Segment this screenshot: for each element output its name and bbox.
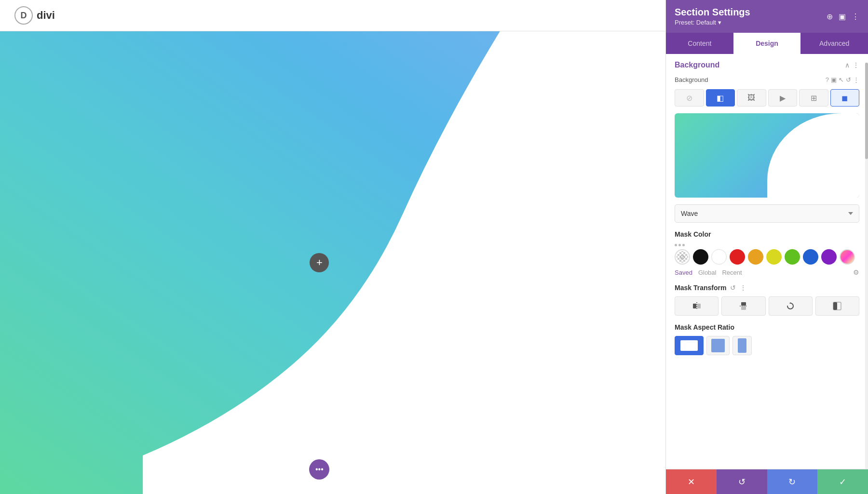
svg-rect-9 — [833, 302, 837, 310]
mask-aspect-title: Mask Aspect Ratio — [675, 323, 859, 331]
background-type-icons: ? ▣ ↖ ↺ ⋮ — [826, 76, 859, 83]
tab-design[interactable]: Design — [733, 33, 801, 54]
panel-title: Section Settings — [675, 7, 750, 18]
device-icon[interactable]: ▣ — [831, 76, 837, 83]
background-row-label: Background — [675, 76, 708, 83]
bg-type-gradient[interactable]: ◧ — [706, 89, 735, 107]
aspect-btn-medium[interactable] — [706, 336, 730, 355]
more-dots-icon[interactable]: ⋮ — [853, 76, 859, 83]
mask-color-title: Mask Color — [675, 230, 859, 238]
color-tabs: Saved Global Recent ⚙ — [675, 268, 859, 276]
mask-transform-title: Mask Transform — [675, 284, 726, 292]
color-swatch-purple[interactable] — [821, 249, 837, 265]
color-swatches: ⊘ — [675, 249, 859, 265]
divi-logo-circle: D — [14, 6, 33, 25]
footer-reset-button[interactable]: ↺ — [717, 469, 767, 494]
divi-logo: D divi — [14, 6, 55, 25]
panel-header: Section Settings Preset: Default ▾ ⊕ ▣ ⋮ — [666, 0, 868, 33]
section-preview: + ••• — [0, 31, 665, 494]
panel-footer: ✕ ↺ ↻ ✓ — [666, 469, 868, 494]
bg-type-none[interactable]: ⊘ — [675, 89, 704, 107]
background-section-controls: ∧ ⋮ — [845, 61, 859, 69]
background-section-header: Background ∧ ⋮ — [675, 61, 859, 69]
tab-advanced[interactable]: Advanced — [800, 33, 868, 54]
panel-more-icon[interactable]: ⋮ — [852, 12, 859, 21]
color-swatch-blue[interactable] — [803, 249, 818, 265]
color-tab-global[interactable]: Global — [698, 269, 717, 276]
tab-content[interactable]: Content — [666, 33, 733, 54]
right-panel: Section Settings Preset: Default ▾ ⊕ ▣ ⋮… — [665, 0, 868, 494]
footer-confirm-button[interactable]: ✓ — [817, 469, 868, 494]
bg-type-pattern[interactable]: ⊞ — [799, 89, 828, 107]
panel-layout-icon[interactable]: ▣ — [839, 12, 846, 21]
background-type-selector: ⊘ ◧ 🖼 ▶ ⊞ ◼ — [675, 89, 859, 107]
divi-logo-name: divi — [37, 9, 55, 22]
color-tab-saved[interactable]: Saved — [675, 269, 692, 276]
svg-rect-1 — [693, 304, 696, 308]
color-swatch-orange[interactable] — [748, 249, 763, 265]
panel-target-icon[interactable]: ⊕ — [827, 12, 833, 21]
wave-select-row: Wave Diagonal Arrow Curve Triangle Slant — [675, 204, 859, 223]
transform-flip-v[interactable] — [721, 296, 765, 316]
canvas-options-button[interactable]: ••• — [309, 459, 329, 480]
mask-transform-section: Mask Transform ↺ ⋮ — [675, 284, 859, 316]
panel-header-icons: ⊕ ▣ ⋮ — [827, 12, 859, 21]
panel-preset[interactable]: Preset: Default ▾ — [675, 19, 750, 26]
mask-aspect-section: Mask Aspect Ratio — [675, 323, 859, 355]
top-bar: D divi — [0, 0, 665, 31]
color-swatch-green[interactable] — [785, 249, 800, 265]
scroll-thumb[interactable] — [865, 63, 868, 159]
transform-rotate[interactable] — [769, 296, 813, 316]
color-swatch-transparent[interactable]: ⊘ — [675, 249, 690, 265]
bg-type-mask[interactable]: ◼ — [830, 89, 860, 107]
svg-rect-2 — [697, 304, 701, 308]
mask-transform-reset[interactable]: ↺ — [730, 284, 736, 292]
scroll-track — [865, 63, 868, 469]
gradient-preview — [675, 113, 859, 198]
reset-icon[interactable]: ↺ — [846, 76, 851, 83]
color-swatch-custom[interactable] — [840, 249, 855, 265]
svg-rect-4 — [741, 302, 746, 306]
gradient-preview-wave — [767, 113, 860, 198]
wave-gradient-svg — [0, 31, 665, 494]
color-swatch-red[interactable] — [730, 249, 745, 265]
transform-buttons — [675, 296, 859, 316]
aspect-buttons — [675, 336, 859, 355]
transform-invert[interactable] — [815, 296, 859, 316]
mask-transform-header: Mask Transform ↺ ⋮ — [675, 284, 859, 292]
color-swatch-black[interactable] — [693, 249, 708, 265]
background-more-icon[interactable]: ⋮ — [853, 61, 859, 69]
three-dots-row — [675, 244, 859, 246]
footer-cancel-button[interactable]: ✕ — [666, 469, 717, 494]
wave-select[interactable]: Wave Diagonal Arrow Curve Triangle Slant — [675, 204, 859, 223]
add-section-button[interactable]: + — [310, 253, 329, 272]
background-row: Background ? ▣ ↖ ↺ ⋮ — [675, 76, 859, 83]
aspect-btn-wide[interactable] — [675, 336, 704, 355]
color-settings-icon[interactable]: ⚙ — [853, 268, 859, 276]
transform-flip-h[interactable] — [675, 296, 719, 316]
footer-redo-button[interactable]: ↻ — [767, 469, 818, 494]
color-tab-recent[interactable]: Recent — [722, 269, 742, 276]
panel-header-left: Section Settings Preset: Default ▾ — [675, 7, 750, 26]
svg-rect-5 — [741, 307, 746, 310]
canvas-area: D divi + ••• — [0, 0, 665, 494]
mask-color-section: Mask Color ⊘ — [675, 230, 859, 276]
bg-type-image[interactable]: 🖼 — [737, 89, 766, 107]
mask-transform-more[interactable]: ⋮ — [740, 284, 746, 292]
bg-type-video[interactable]: ▶ — [768, 89, 798, 107]
aspect-btn-tall[interactable] — [732, 336, 752, 355]
color-swatch-yellow[interactable] — [766, 249, 782, 265]
cursor-icon[interactable]: ↖ — [839, 76, 844, 83]
help-icon[interactable]: ? — [826, 76, 829, 83]
collapse-icon[interactable]: ∧ — [845, 61, 850, 69]
panel-tabs: Content Design Advanced — [666, 33, 868, 54]
color-swatch-white[interactable] — [711, 249, 727, 265]
background-section-title: Background — [675, 61, 719, 69]
panel-content: Background ∧ ⋮ Background ? ▣ ↖ ↺ ⋮ — [666, 54, 868, 469]
